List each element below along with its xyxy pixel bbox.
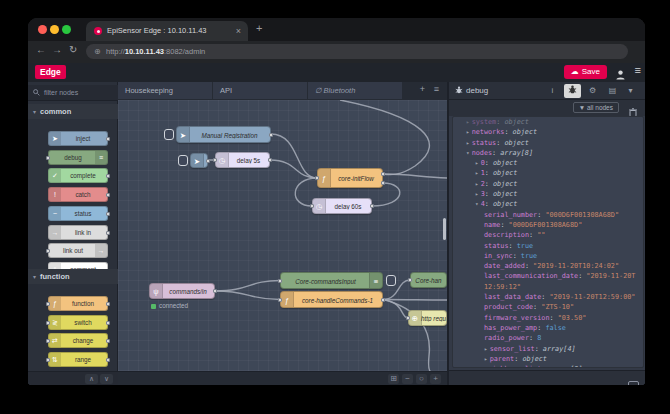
debug-filter-button[interactable]: ▼ all nodes	[573, 102, 619, 113]
flow-node-delay 60s[interactable]: delay 60s◷	[312, 198, 372, 214]
debug-tree-row[interactable]: name: "000D6F001308A68D"	[453, 220, 643, 230]
site-info-icon[interactable]: ⊕	[94, 44, 101, 59]
flow-list-icon[interactable]: ≡	[434, 84, 439, 94]
input-port[interactable]	[310, 204, 314, 208]
inject-button[interactable]	[178, 155, 188, 166]
output-port[interactable]	[381, 172, 385, 176]
minimize-window-button[interactable]	[50, 25, 59, 34]
expand-caret-icon[interactable]: ▸	[466, 128, 470, 135]
save-button[interactable]: ☁Save	[564, 65, 607, 79]
palette-node-switch[interactable]: switch≷	[48, 315, 108, 330]
flow-node-delay 5s[interactable]: delay 5s◷	[215, 152, 270, 168]
expand-caret-icon[interactable]: ▸	[466, 118, 470, 125]
expand-caret-icon[interactable]: ▾	[466, 149, 470, 156]
expand-caret-icon[interactable]: ▸	[475, 190, 479, 197]
debug-toggle-button[interactable]	[386, 275, 396, 286]
expand-caret-icon[interactable]: ▸	[466, 139, 470, 146]
tab-info[interactable]: i	[544, 84, 561, 98]
tab-debug[interactable]	[564, 84, 581, 98]
palette-search[interactable]: filter nodes	[28, 85, 118, 101]
palette-node-inject[interactable]: inject➤	[48, 131, 108, 146]
debug-tree-row[interactable]: last_data_date: "2019-11-20T12:59:00"	[453, 292, 643, 302]
tab-context-icon[interactable]: ▤	[604, 84, 621, 98]
palette-node-link in[interactable]: link in→	[48, 225, 108, 240]
input-port[interactable]	[278, 298, 282, 302]
zoom-out-button[interactable]: −	[402, 374, 413, 384]
new-tab-button[interactable]: +	[256, 22, 262, 34]
debug-tree-row[interactable]: ▸networks: object	[453, 127, 643, 137]
flow-tab-api[interactable]: API	[213, 82, 308, 99]
output-port[interactable]	[370, 204, 374, 208]
debug-tree-row[interactable]: ▾4: object	[453, 199, 643, 209]
zoom-reset-button[interactable]: ○	[416, 374, 427, 384]
output-port[interactable]	[381, 181, 385, 185]
debug-tree-row[interactable]: ▸3: object	[453, 189, 643, 199]
debug-tree-row[interactable]: has_power_amp: false	[453, 323, 643, 333]
flow-canvas[interactable]: Manual Registration➤➤delay 5s◷core-initF…	[118, 100, 447, 371]
expand-caret-icon[interactable]: ▸	[484, 345, 488, 352]
output-port[interactable]	[268, 158, 272, 162]
palette-node-complete[interactable]: complete✓	[48, 168, 108, 183]
menu-icon[interactable]: ≡	[635, 64, 641, 76]
debug-tree-row[interactable]: ▸parent: object	[453, 354, 643, 364]
debug-tree-row[interactable]: radio_power: 8	[453, 333, 643, 343]
back-icon[interactable]: ←	[36, 44, 46, 55]
expand-caret-icon[interactable]: ▸	[475, 159, 479, 166]
zoom-window-button[interactable]	[62, 25, 71, 34]
debug-tree-row[interactable]: ▸2: object	[453, 179, 643, 189]
output-port[interactable]	[269, 133, 273, 137]
browser-tab[interactable]: EpiSensor Edge : 10.10.11.43 ×	[86, 21, 248, 41]
output-port[interactable]	[213, 289, 217, 293]
debug-tree-row[interactable]: neighbour_list: array[0]	[453, 364, 643, 368]
debug-tree-row[interactable]: ▸status: object	[453, 138, 643, 148]
flow-tab-bluetooth[interactable]: ∅ Bluetooth	[308, 82, 403, 99]
output-port[interactable]	[381, 298, 385, 302]
canvas-vertical-scrollbar[interactable]	[443, 218, 446, 240]
palette-node-function[interactable]: functionƒ	[48, 296, 108, 311]
open-console-icon[interactable]	[628, 375, 639, 385]
debug-tree-row[interactable]: ▸sensor_list: array[4]	[453, 344, 643, 354]
flow-node-commands/in[interactable]: commands/inψ	[149, 283, 215, 299]
expand-caret-icon[interactable]: ▸	[475, 169, 479, 176]
debug-tree-row[interactable]: description: ""	[453, 230, 643, 240]
output-port[interactable]	[206, 159, 210, 163]
palette-category-function[interactable]: ▾function	[28, 269, 118, 284]
palette-collapse-button[interactable]: ∧	[85, 374, 98, 384]
input-port[interactable]	[315, 176, 319, 180]
palette-category-common[interactable]: ▾common	[28, 104, 118, 119]
inject-button[interactable]	[164, 129, 174, 140]
reload-icon[interactable]: ↻	[69, 44, 77, 55]
debug-tree-row[interactable]: ▾nodes: array[8]	[453, 148, 643, 158]
palette-node-change[interactable]: change⇄	[48, 333, 108, 348]
flow-node-Core-commandsInput[interactable]: Core-commandsInput≡	[280, 272, 383, 289]
palette-node-catch[interactable]: catch!	[48, 187, 108, 202]
flow-node-Manual Registration[interactable]: Manual Registration➤	[176, 126, 271, 143]
debug-tree-row[interactable]: ▸system: object	[453, 117, 643, 127]
close-window-button[interactable]	[38, 25, 47, 34]
expand-caret-icon[interactable]: ▾	[475, 200, 479, 207]
palette-expand-button[interactable]: ∨	[100, 374, 113, 384]
address-bar[interactable]: ⊕ http://10.10.11.43:8082/admin	[86, 44, 628, 59]
expand-caret-icon[interactable]: ▸	[484, 355, 488, 362]
flow-node-core-initFlow[interactable]: core-initFlowƒ	[317, 168, 383, 188]
debug-tree-row[interactable]: in_sync: true	[453, 251, 643, 261]
input-port[interactable]	[278, 279, 282, 283]
debug-tree-row[interactable]: product_code: "ZTS-10"	[453, 302, 643, 312]
debug-tree-row[interactable]: serial_number: "000D6F001308A68D"	[453, 210, 643, 220]
palette-node-status[interactable]: status~	[48, 206, 108, 221]
zoom-in-button[interactable]: +	[430, 374, 441, 384]
expand-caret-icon[interactable]: ▸	[475, 180, 479, 187]
close-tab-icon[interactable]: ×	[236, 21, 241, 41]
add-flow-button[interactable]: +	[420, 84, 425, 94]
debug-tree-row[interactable]: last_communication_date: "2019-11-20T12:…	[453, 271, 643, 292]
flow-tab-housekeeping[interactable]: Housekeeping	[118, 82, 213, 99]
flow-node-inject[interactable]: ➤	[190, 153, 208, 168]
debug-tree-row[interactable]: date_added: "2019-11-20T10:24:02"	[453, 261, 643, 271]
forward-icon[interactable]: →	[52, 44, 62, 55]
debug-tree-row[interactable]: firmware_version: "03.50"	[453, 313, 643, 323]
sidebar-dropdown-caret-icon[interactable]: ▾	[622, 84, 639, 98]
debug-tree-row[interactable]: status: true	[453, 241, 643, 251]
input-port[interactable]	[406, 316, 410, 320]
flow-node-Core-han[interactable]: Core-han	[410, 272, 447, 288]
debug-tree-row[interactable]: ▸0: object	[453, 158, 643, 168]
